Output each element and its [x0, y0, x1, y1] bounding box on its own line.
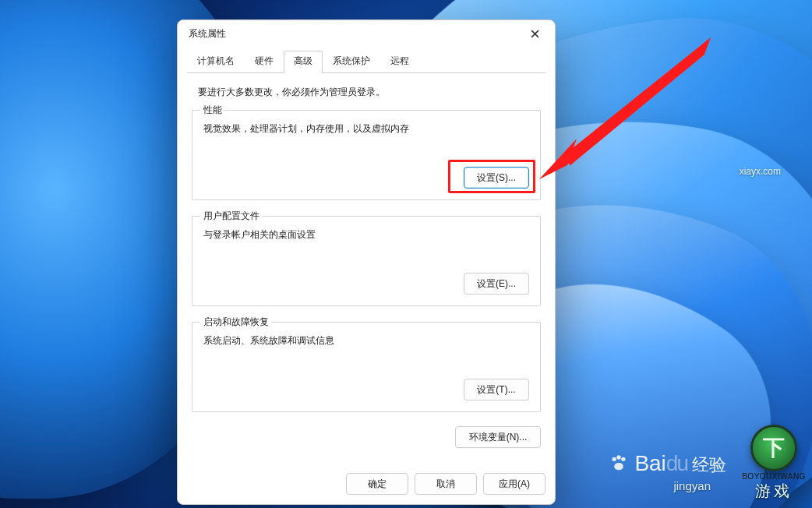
- group-user-profiles-desc: 与登录帐户相关的桌面设置: [203, 228, 529, 242]
- watermark-baidu-suffix: 经验: [692, 455, 726, 474]
- admin-notice: 要进行大多数更改，你必须作为管理员登录。: [187, 78, 545, 108]
- ok-button[interactable]: 确定: [346, 473, 408, 495]
- svg-point-4: [622, 457, 626, 461]
- system-properties-dialog: 系统属性 计算机名 硬件 高级 系统保护 远程 要进行大多数更改，你必须作为管理…: [177, 19, 556, 505]
- environment-variables-button[interactable]: 环境变量(N)...: [455, 426, 541, 448]
- dialog-title: 系统属性: [189, 27, 226, 41]
- watermark-baidu-text: Bai: [634, 451, 665, 475]
- svg-point-3: [617, 455, 621, 459]
- group-performance: 性能 视觉效果，处理器计划，内存使用，以及虚拟内存 设置(S)...: [192, 110, 541, 200]
- startup-settings-button[interactable]: 设置(T)...: [464, 379, 529, 400]
- group-startup-desc: 系统启动、系统故障和调试信息: [203, 333, 529, 347]
- group-user-profiles-legend: 用户配置文件: [200, 210, 263, 223]
- watermark-baidu: Baidu经验: [608, 451, 726, 477]
- titlebar[interactable]: 系统属性: [178, 20, 555, 47]
- cancel-button[interactable]: 取消: [415, 473, 477, 495]
- watermark-xiayx-logo: 下 BOYOUXIWANG 游戏: [742, 425, 806, 502]
- dialog-footer: 确定 取消 应用(A): [178, 465, 555, 504]
- paw-icon: [608, 452, 630, 476]
- group-startup-recovery: 启动和故障恢复 系统启动、系统故障和调试信息 设置(T)...: [192, 322, 541, 412]
- tab-remote[interactable]: 远程: [380, 51, 419, 73]
- group-startup-legend: 启动和故障恢复: [200, 316, 272, 329]
- group-user-profiles: 用户配置文件 与登录帐户相关的桌面设置 设置(E)...: [192, 216, 541, 306]
- svg-point-2: [613, 457, 616, 461]
- logo-small-text: BOYOUXIWANG: [742, 472, 806, 481]
- close-icon: [531, 30, 539, 38]
- tab-hardware[interactable]: 硬件: [245, 51, 284, 73]
- tab-computer-name[interactable]: 计算机名: [187, 51, 245, 73]
- svg-point-5: [615, 463, 624, 470]
- tab-system-protection[interactable]: 系统保护: [323, 51, 380, 73]
- logo-circle-icon: 下: [750, 425, 797, 471]
- tab-advanced[interactable]: 高级: [284, 51, 323, 73]
- watermark-site: xiayx.com: [740, 166, 781, 177]
- logo-big-text: 游戏: [755, 481, 793, 502]
- performance-settings-button[interactable]: 设置(S)...: [464, 167, 529, 189]
- user-profiles-settings-button[interactable]: 设置(E)...: [464, 273, 529, 295]
- close-button[interactable]: [521, 23, 549, 44]
- watermark-baidu-sub: jingyan: [673, 479, 711, 492]
- dialog-body: 计算机名 硬件 高级 系统保护 远程 要进行大多数更改，你必须作为管理员登录。 …: [178, 47, 555, 465]
- tabstrip: 计算机名 硬件 高级 系统保护 远程: [187, 50, 545, 73]
- apply-button[interactable]: 应用(A): [483, 473, 545, 495]
- group-performance-legend: 性能: [200, 104, 225, 117]
- group-performance-desc: 视觉效果，处理器计划，内存使用，以及虚拟内存: [203, 122, 529, 136]
